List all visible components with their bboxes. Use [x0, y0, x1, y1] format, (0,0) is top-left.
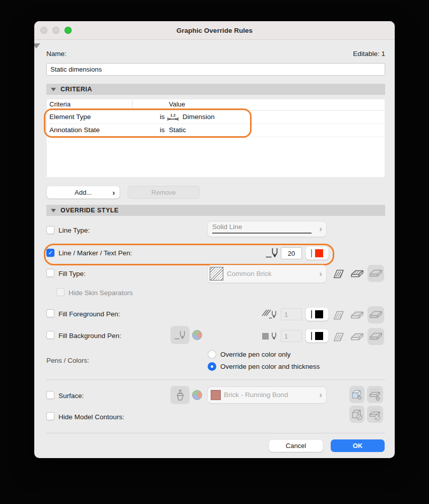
- divider: [46, 379, 385, 380]
- name-input[interactable]: [46, 63, 385, 76]
- fill-bg-label: Fill Background Pen:: [58, 332, 121, 340]
- fill-bg-value-input[interactable]: [281, 330, 302, 342]
- bg-color-wheel-icon[interactable]: [192, 330, 202, 340]
- fill-pattern-swatch: [210, 267, 223, 281]
- slab-brush-icon: [369, 388, 382, 401]
- fill-type-value: Common Brick: [227, 270, 272, 277]
- hide-skin-label: Hide Skin Separators: [69, 289, 133, 297]
- cut-fill-icon: [369, 309, 383, 320]
- window-title: Graphic Override Rules: [34, 21, 395, 39]
- pen-red-swatch: [315, 249, 323, 257]
- editable-count: Editable: 1: [353, 50, 385, 58]
- criteria-section-title: CRITERIA: [60, 86, 92, 93]
- cut-fill-button[interactable]: [367, 306, 384, 323]
- slab-null-icon: [369, 408, 382, 421]
- fill-type-label: Fill Type:: [58, 270, 86, 277]
- fill-bg-color-button[interactable]: [305, 329, 329, 343]
- pens-colors-label: Pens / Colors:: [46, 357, 89, 364]
- paintbrush-icon: [175, 389, 185, 402]
- titlebar: Graphic Override Rules: [34, 21, 395, 40]
- pen-checkbox[interactable]: ✓: [46, 249, 54, 257]
- paint-cut-button[interactable]: [367, 386, 383, 403]
- contours-cut-button[interactable]: [367, 406, 383, 423]
- pen-icon: [265, 247, 279, 258]
- hide-contours-label: Hide Model Contours:: [58, 413, 125, 421]
- line-type-label: Line Type:: [58, 227, 90, 234]
- column-header-criteria[interactable]: Criteria: [49, 100, 71, 108]
- cancel-button[interactable]: Cancel: [269, 439, 323, 452]
- line-type-checkbox[interactable]: [46, 226, 54, 234]
- fill-fg-color-button[interactable]: [305, 307, 329, 321]
- criterion-name: Annotation State: [49, 126, 100, 134]
- surface-color-wheel-icon[interactable]: [192, 390, 202, 400]
- dimension-icon: 1.2: [166, 113, 179, 122]
- table-row[interactable]: Annotation State is Static: [46, 124, 385, 137]
- add-button[interactable]: Add... ›: [46, 186, 120, 199]
- pen-weight-bar: [311, 332, 313, 340]
- cut-fill-button[interactable]: [367, 328, 384, 345]
- surface-checkbox[interactable]: [46, 391, 54, 399]
- bg-pen-picker-button[interactable]: [170, 326, 190, 344]
- fill-type-checkbox[interactable]: [46, 269, 54, 277]
- section-collapse-icon: [51, 209, 56, 212]
- fg-pen-icon: [261, 307, 280, 320]
- paint-model-button[interactable]: [349, 386, 364, 403]
- criterion-operator: is: [160, 113, 165, 121]
- surface-swatch: [211, 390, 221, 400]
- criterion-value: Dimension: [182, 113, 215, 121]
- fill-type-dropdown[interactable]: Common Brick ›: [207, 265, 327, 283]
- radio-pen-color-only-label[interactable]: Override pen color only: [220, 351, 291, 358]
- override-style-section-header[interactable]: OVERRIDE STYLE: [46, 205, 385, 216]
- table-row[interactable]: Element Type is 1.2 Dimension: [46, 110, 385, 124]
- criteria-section-header[interactable]: CRITERIA: [46, 84, 385, 95]
- cover-fill-icon[interactable]: [350, 268, 364, 279]
- divider: [46, 433, 385, 433]
- line-type-dropdown[interactable]: Solid Line ›: [207, 221, 327, 237]
- radio-pen-color-thickness-label[interactable]: Override pen color and thickness: [220, 363, 320, 370]
- criterion-name: Element Type: [49, 113, 91, 121]
- surface-dropdown[interactable]: Brick - Running Bond ›: [207, 386, 327, 404]
- remove-button-label: Remove: [151, 189, 175, 196]
- hide-contours-checkbox[interactable]: [46, 412, 54, 420]
- pen-label: Line / Marker / Text Pen:: [58, 249, 132, 257]
- criterion-value: Static: [169, 126, 186, 134]
- hide-skin-checkbox[interactable]: [56, 288, 65, 296]
- cut-fill-icon: [369, 268, 383, 279]
- criterion-operator: is: [160, 126, 165, 134]
- radio-pen-color-only[interactable]: [208, 350, 216, 359]
- cover-fill-icon[interactable]: [350, 310, 364, 321]
- cover-fill-icon[interactable]: [350, 331, 364, 343]
- ok-button[interactable]: OK: [331, 439, 385, 452]
- line-sample: [212, 233, 312, 234]
- fg-black-swatch: [315, 310, 323, 318]
- name-label: Name:: [46, 50, 67, 58]
- cut-fill-button[interactable]: [367, 265, 384, 282]
- graphic-override-rules-dialog: Graphic Override Rules Name: Editable: 1…: [34, 21, 395, 458]
- surface-label: Surface:: [58, 392, 84, 400]
- ok-button-label: OK: [353, 442, 363, 450]
- pen-weight-bar: [311, 249, 313, 257]
- surface-value: Brick - Running Bond: [224, 391, 288, 399]
- chevron-right-icon: ›: [319, 269, 322, 278]
- contours-model-button[interactable]: [349, 406, 364, 423]
- collapse-arrow-icon[interactable]: [34, 43, 40, 48]
- criteria-table-header: Criteria Value: [46, 99, 385, 110]
- fill-fg-checkbox[interactable]: [46, 309, 54, 317]
- pen-color-button[interactable]: [305, 246, 329, 260]
- fill-fg-value-input[interactable]: [281, 308, 302, 320]
- check-icon: ✓: [48, 249, 53, 256]
- cut-fill-icon: [369, 331, 383, 342]
- add-chevron-icon: ›: [112, 188, 115, 197]
- column-header-value[interactable]: Value: [169, 100, 185, 108]
- radio-pen-color-thickness[interactable]: [208, 362, 216, 371]
- line-type-value: Solid Line: [212, 223, 242, 231]
- pen-value-input[interactable]: [281, 247, 302, 259]
- drafting-fill-icon[interactable]: [332, 268, 345, 280]
- drafting-fill-icon[interactable]: [332, 331, 345, 343]
- remove-button[interactable]: Remove: [128, 186, 200, 199]
- fill-bg-checkbox[interactable]: [46, 331, 54, 339]
- surface-picker-button[interactable]: [170, 386, 190, 404]
- add-button-label: Add...: [75, 189, 92, 196]
- drafting-fill-icon[interactable]: [332, 309, 345, 321]
- section-collapse-icon: [51, 88, 56, 91]
